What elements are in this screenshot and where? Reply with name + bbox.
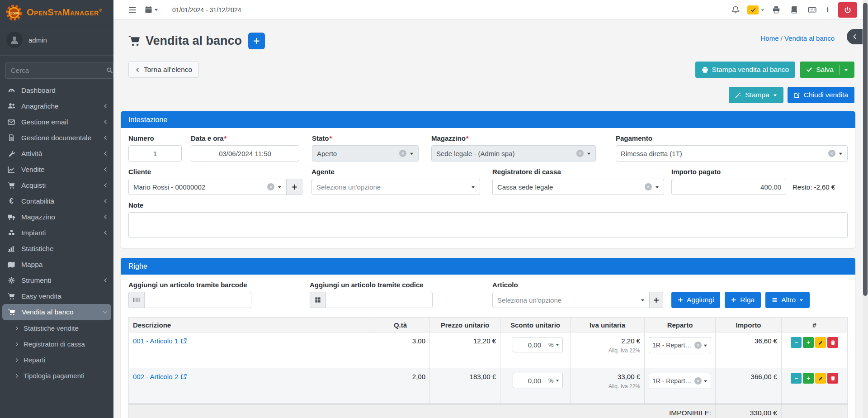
close-sale-button[interactable]: Chiudi vendita bbox=[788, 87, 854, 103]
row-edit-button[interactable] bbox=[815, 373, 826, 384]
sidebar-item-dashboard[interactable]: Dashboard bbox=[0, 82, 113, 98]
importo-pagato-input[interactable] bbox=[671, 179, 786, 195]
save-button[interactable]: Salva bbox=[800, 62, 854, 78]
sidebar-item-strumenti[interactable]: Strumenti bbox=[0, 272, 113, 288]
sidebar-item-gestione-documentale[interactable]: Gestione documentale bbox=[0, 130, 113, 146]
shortcuts-button[interactable] bbox=[804, 3, 821, 17]
sconto-input[interactable] bbox=[513, 373, 545, 388]
logout-button[interactable] bbox=[838, 2, 857, 18]
reparto-select[interactable]: 1R - Reparto 1...× bbox=[649, 373, 711, 389]
sidebar-subitem-reparti[interactable]: Reparti bbox=[0, 352, 113, 368]
sidebar-item-contabilita[interactable]: €Contabilità bbox=[0, 193, 113, 209]
side-panel-toggle-button[interactable] bbox=[847, 29, 863, 44]
articolo-link[interactable]: 002 - Articolo 2 bbox=[133, 373, 187, 380]
clear-icon[interactable]: × bbox=[645, 183, 652, 190]
riga-button[interactable]: Riga bbox=[725, 292, 761, 308]
sidebar-item-impianti[interactable]: Impianti bbox=[0, 225, 113, 241]
articolo-link[interactable]: 001 - Articolo 1 bbox=[133, 337, 187, 345]
sidebar-item-vendita-al-banco[interactable]: Vendita al banco bbox=[2, 304, 111, 320]
articolo-select[interactable]: Seleziona un'opzione bbox=[492, 292, 650, 308]
sidebar-item-statistiche[interactable]: Statistiche bbox=[0, 241, 113, 256]
registered-mark: ® bbox=[99, 8, 102, 13]
clear-icon[interactable]: × bbox=[267, 183, 274, 190]
add-articolo-button[interactable] bbox=[650, 292, 663, 308]
barcode-label: Aggiungi un articolo tramite barcode bbox=[128, 281, 251, 289]
stato-select[interactable]: Aperto× bbox=[312, 145, 419, 162]
row-increase-button[interactable]: + bbox=[803, 373, 814, 384]
row-decrease-button[interactable]: − bbox=[791, 373, 802, 384]
data-ora-input[interactable] bbox=[191, 145, 299, 162]
row-delete-button[interactable] bbox=[827, 373, 838, 384]
brand[interactable]: OpenStaManager® bbox=[0, 0, 113, 25]
clear-icon[interactable]: × bbox=[694, 342, 702, 349]
sidebar-item-gestione-email[interactable]: Gestione email bbox=[0, 114, 113, 130]
clear-icon[interactable]: × bbox=[828, 150, 835, 157]
search-input[interactable] bbox=[5, 62, 106, 79]
chevron-left-icon bbox=[103, 199, 108, 204]
chevron-down-icon bbox=[103, 310, 108, 315]
calendar-button[interactable] bbox=[141, 3, 162, 16]
tasks-status-button[interactable] bbox=[745, 3, 766, 17]
sidebar-item-easy-vendita[interactable]: Easy vendita bbox=[0, 288, 113, 304]
user-icon bbox=[9, 35, 19, 45]
print-sale-button[interactable]: Stampa vendita al banco bbox=[695, 62, 796, 78]
euro-icon: € bbox=[6, 198, 16, 205]
back-to-list-button[interactable]: Torna all'elenco bbox=[128, 62, 199, 78]
sidebar-subitem-registratori-di-cassa[interactable]: Registratori di cassa bbox=[0, 336, 113, 352]
aggiungi-button[interactable]: Aggiungi bbox=[671, 292, 720, 308]
pagamento-select[interactable]: Rimessa diretta (1T)× bbox=[616, 145, 848, 162]
plus-icon bbox=[292, 184, 297, 190]
docs-button[interactable] bbox=[786, 3, 802, 16]
breadcrumb-home-link[interactable]: Home bbox=[761, 34, 779, 42]
search-button[interactable] bbox=[106, 62, 113, 79]
scrollbar-thumb[interactable] bbox=[863, 3, 868, 296]
clear-icon[interactable]: × bbox=[694, 377, 702, 385]
barcode-input[interactable] bbox=[144, 292, 251, 308]
reparto-select[interactable]: 1R - Reparto 1...× bbox=[649, 337, 711, 353]
row-decrease-button[interactable]: − bbox=[791, 337, 802, 348]
sconto-unit-select[interactable]: % bbox=[545, 373, 563, 388]
numero-input[interactable] bbox=[128, 145, 182, 162]
codice-input[interactable] bbox=[326, 292, 433, 308]
altro-dropdown-button[interactable]: Altro bbox=[765, 292, 810, 308]
sidebar-item-acquisti[interactable]: Acquisti bbox=[0, 177, 113, 193]
sidebar-subitem-statistiche-vendite[interactable]: Statistiche vendite bbox=[0, 320, 113, 336]
user-panel[interactable]: admin bbox=[0, 25, 113, 56]
date-range[interactable]: 01/01/2024 - 31/12/2024 bbox=[172, 6, 241, 14]
envelope-icon bbox=[6, 119, 16, 126]
registratore-select[interactable]: Cassa sede legale× bbox=[492, 179, 664, 195]
sidebar-item-magazzino[interactable]: Magazzino bbox=[0, 209, 113, 225]
sidebar-toggle-button[interactable] bbox=[124, 3, 141, 17]
sidebar-item-vendite[interactable]: Vendite bbox=[0, 162, 113, 177]
sconto-unit-select[interactable]: % bbox=[545, 337, 563, 352]
sidebar-item-attivita[interactable]: Attività bbox=[0, 146, 113, 162]
sidebar-subitem-tipologia-pagamenti[interactable]: Tipologia pagamenti bbox=[0, 368, 113, 384]
cliente-select[interactable]: Mario Rossi - 00000002× bbox=[128, 179, 287, 195]
cart-icon bbox=[6, 293, 16, 300]
agente-select[interactable]: Seleziona un'opzione bbox=[311, 179, 480, 195]
breadcrumb-current-link[interactable]: Vendita al banco bbox=[784, 34, 835, 42]
note-textarea[interactable] bbox=[128, 212, 848, 238]
magazzino-select[interactable]: Sede legale - (Admin spa)× bbox=[431, 145, 596, 162]
imponibile-label: IMPONIBILE: bbox=[129, 404, 716, 418]
add-cliente-button[interactable] bbox=[287, 179, 302, 195]
sidebar-item-anagrafiche[interactable]: Anagrafiche bbox=[0, 98, 113, 114]
info-button[interactable]: i bbox=[822, 3, 833, 17]
row-increase-button[interactable]: + bbox=[803, 337, 814, 348]
clear-icon[interactable]: × bbox=[576, 150, 584, 157]
new-sale-button[interactable] bbox=[248, 33, 265, 49]
page-scrollbar[interactable] bbox=[863, 0, 868, 418]
notifications-button[interactable] bbox=[727, 3, 744, 17]
cart-icon bbox=[6, 182, 16, 189]
row-edit-button[interactable] bbox=[815, 337, 826, 348]
sidebar-item-mappa[interactable]: Mappa bbox=[0, 256, 113, 272]
clear-icon[interactable]: × bbox=[399, 150, 406, 157]
sconto-input[interactable] bbox=[513, 337, 545, 352]
save-dropdown-toggle[interactable] bbox=[839, 65, 848, 75]
row-delete-button[interactable] bbox=[827, 337, 838, 348]
barcode-icon bbox=[128, 292, 144, 308]
caret-down-icon bbox=[703, 379, 708, 383]
cubes-icon bbox=[6, 229, 16, 236]
stampa-dropdown-button[interactable]: Stampa bbox=[729, 87, 783, 103]
print-button[interactable] bbox=[768, 3, 784, 17]
